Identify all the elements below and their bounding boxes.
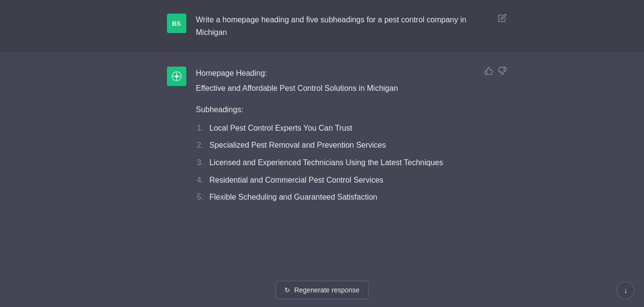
gpt-avatar <box>167 67 186 86</box>
scroll-down-button[interactable]: ↓ <box>617 282 634 299</box>
subheadings-list: Local Pest Control Experts You Can Trust… <box>196 122 444 204</box>
bottom-bar: ↻ Regenerate response <box>275 281 369 299</box>
subheadings-label: Subheadings: <box>196 103 444 116</box>
assistant-message-block: Homepage Heading: Effective and Affordab… <box>0 53 644 307</box>
user-avatar: BS <box>167 14 186 33</box>
regenerate-icon: ↻ <box>284 286 290 294</box>
thumbs-down-icon[interactable] <box>498 67 507 78</box>
svg-point-1 <box>175 75 178 78</box>
main-heading: Effective and Affordable Pest Control So… <box>196 82 444 95</box>
regenerate-button[interactable]: ↻ Regenerate response <box>275 281 369 299</box>
assistant-response-content: Homepage Heading: Effective and Affordab… <box>196 67 444 208</box>
scroll-down-icon: ↓ <box>624 286 627 295</box>
list-item: Local Pest Control Experts You Can Trust <box>206 122 444 135</box>
edit-icon[interactable] <box>498 14 507 24</box>
list-item: Flexible Scheduling and Guaranteed Satis… <box>206 191 444 204</box>
regenerate-label: Regenerate response <box>294 286 360 294</box>
list-item: Specialized Pest Removal and Prevention … <box>206 139 444 152</box>
list-item: Residential and Commercial Pest Control … <box>206 174 444 187</box>
message-actions <box>484 67 507 78</box>
thumbs-up-icon[interactable] <box>484 67 493 78</box>
user-message-text: Write a homepage heading and five subhea… <box>196 14 478 38</box>
list-item: Licensed and Experienced Technicians Usi… <box>206 156 444 169</box>
heading-label: Homepage Heading: <box>196 67 444 80</box>
user-message-block: BS Write a homepage heading and five sub… <box>0 0 644 52</box>
